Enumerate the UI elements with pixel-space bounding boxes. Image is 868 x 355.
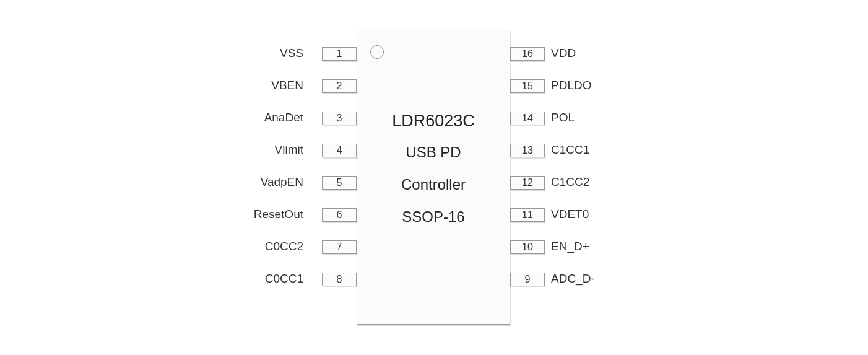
pin-3-box: 3: [322, 112, 357, 125]
pin-1-box: 1: [322, 47, 357, 61]
pin-7-label: C0CC2: [0, 240, 310, 253]
pin-5-box: 5: [322, 176, 357, 190]
pin-5-shadow: [323, 190, 358, 191]
pin-11-box: 11: [510, 208, 545, 222]
pin-9-label: ADC_D-: [551, 272, 595, 286]
pin-3-shadow: [323, 125, 358, 126]
pin-13-box: 13: [510, 144, 545, 157]
chip-part-number: LDR6023C: [357, 112, 510, 131]
pin-16-box: 16: [510, 47, 545, 61]
pin-8-label: C0CC1: [0, 272, 310, 286]
pin-15-shadow: [511, 93, 546, 94]
pin-15-box: 15: [510, 79, 545, 93]
pin-8-shadow: [323, 286, 358, 287]
pin-6-shadow: [323, 222, 358, 223]
pin-6-box: 6: [322, 208, 357, 222]
pin-4-shadow: [323, 157, 358, 159]
chip-function-line1: USB PD: [357, 144, 510, 161]
pin-1-label: VSS: [0, 46, 310, 60]
pin-12-shadow: [511, 190, 546, 191]
pin-2-label: VBEN: [0, 79, 310, 92]
pin-13-shadow: [511, 157, 546, 159]
pin-2-shadow: [323, 93, 358, 94]
diagram-stage: LDR6023C USB PD Controller SSOP-16 1VSS2…: [0, 0, 868, 355]
pin-4-label: Vlimit: [0, 143, 310, 157]
pin-11-shadow: [511, 222, 546, 223]
pin-11-label: VDET0: [551, 208, 589, 221]
pin-7-shadow: [323, 254, 358, 255]
pin-3-label: AnaDet: [0, 111, 310, 125]
pin-9-box: 9: [510, 273, 545, 286]
pin-10-shadow: [511, 254, 546, 255]
pin-4-box: 4: [322, 144, 357, 157]
chip-package: SSOP-16: [357, 208, 510, 226]
chip-function-line2: Controller: [357, 176, 510, 193]
pin-10-label: EN_D+: [551, 240, 589, 253]
pin-15-label: PDLDO: [551, 79, 591, 92]
pin-12-label: C1CC2: [551, 175, 589, 189]
pin-2-box: 2: [322, 79, 357, 93]
pin-10-box: 10: [510, 240, 545, 254]
pin-16-shadow: [511, 61, 546, 62]
pin-16-label: VDD: [551, 46, 576, 60]
pin-6-label: ResetOut: [0, 208, 310, 221]
pin-5-label: VadpEN: [0, 175, 310, 189]
pin-14-box: 14: [510, 112, 545, 125]
pin-1-shadow: [323, 61, 358, 62]
pin-13-label: C1CC1: [551, 143, 589, 157]
pin-14-label: POL: [551, 111, 575, 125]
pin-14-shadow: [511, 125, 546, 126]
chip-shadow-bottom: [358, 325, 511, 326]
pin-7-box: 7: [322, 240, 357, 254]
pin-8-box: 8: [322, 273, 357, 286]
pin-12-box: 12: [510, 176, 545, 190]
pin-9-shadow: [511, 286, 546, 287]
pin1-indicator-dot: [370, 45, 384, 59]
